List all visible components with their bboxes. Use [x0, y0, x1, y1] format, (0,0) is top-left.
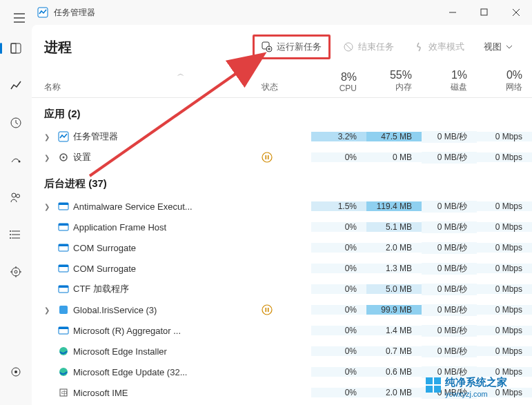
nav-settings[interactable] — [3, 361, 29, 383]
svg-point-19 — [10, 230, 11, 232]
process-name: Application Frame Host — [73, 222, 166, 233]
table-row[interactable]: COM Surrogate0%1.3 MB0 MB/秒0 Mbps — [32, 258, 532, 279]
history-icon — [10, 117, 22, 129]
page-title: 进程 — [44, 38, 247, 57]
services-icon — [10, 266, 22, 278]
users-icon — [10, 191, 22, 204]
nav-users[interactable] — [3, 186, 29, 208]
svg-rect-32 — [426, 386, 433, 393]
col-status-header[interactable]: 状态 — [262, 82, 278, 92]
details-icon — [10, 228, 22, 241]
end-task-button[interactable]: 结束任务 — [336, 37, 401, 57]
expand-chevron-icon[interactable]: ❯ — [44, 154, 54, 161]
svg-point-18 — [17, 195, 20, 198]
expand-chevron-icon[interactable]: ❯ — [44, 306, 54, 314]
col-cpu-header[interactable]: 8%CPU — [311, 71, 366, 93]
paused-icon — [262, 152, 273, 163]
net-cell: 0 Mbps — [477, 222, 532, 232]
table-row[interactable]: ❯Global.IrisService (3)0%99.9 MB0 MB/秒0 … — [32, 299, 532, 320]
view-dropdown[interactable]: 视图 — [477, 37, 520, 57]
mem-cell: 0.7 MB — [366, 346, 422, 356]
table-row[interactable]: ❯任务管理器3.2%47.5 MB0 MB/秒0 Mbps — [32, 126, 532, 147]
table-row[interactable]: Microsoft (R) Aggregator ...0%1.4 MB0 MB… — [32, 320, 532, 341]
svg-point-16 — [19, 161, 21, 163]
nav-app-history[interactable] — [3, 112, 29, 134]
svg-point-22 — [12, 268, 20, 276]
col-disk-header[interactable]: 1%磁盘 — [422, 69, 477, 93]
disk-cell: 0 MB/秒 — [422, 325, 477, 337]
nav-performance[interactable] — [3, 75, 29, 97]
cpu-cell: 0% — [311, 284, 366, 294]
process-icon — [58, 284, 69, 295]
svg-rect-31 — [434, 377, 441, 384]
process-icon — [58, 325, 69, 336]
group-header: 后台进程 (37) — [32, 168, 532, 196]
close-icon — [512, 8, 520, 17]
end-task-label: 结束任务 — [358, 41, 394, 53]
table-row[interactable]: Application Frame Host0%5.1 MB0 MB/秒0 Mb… — [32, 217, 532, 237]
view-label: 视图 — [484, 41, 502, 53]
efficiency-mode-button[interactable]: 效率模式 — [406, 37, 471, 57]
expand-chevron-icon[interactable]: ❯ — [44, 133, 54, 141]
process-name: Global.IrisService (3) — [73, 305, 157, 315]
cpu-cell: 0% — [311, 152, 366, 162]
process-icon — [58, 387, 69, 398]
nav-services[interactable] — [3, 261, 29, 283]
process-name: COM Surrogate — [73, 243, 136, 253]
nav-processes[interactable] — [3, 37, 29, 59]
net-cell: 0 Mbps — [477, 243, 532, 253]
table-row[interactable]: ❯Antimalware Service Execut...1.5%119.4 … — [32, 196, 532, 217]
mem-cell: 2.0 MB — [366, 243, 422, 253]
run-new-task-label: 运行新任务 — [277, 41, 322, 53]
col-mem-header[interactable]: 55%内存 — [366, 69, 422, 93]
net-cell: 0 Mbps — [477, 264, 532, 273]
table-row[interactable]: CTF 加载程序0%5.0 MB0 MB/秒0 Mbps — [32, 279, 532, 299]
maximize-icon — [480, 8, 489, 17]
close-button[interactable] — [500, 0, 532, 25]
process-name: Microsoft IME — [73, 388, 128, 398]
svg-text:ycwxyzj.com: ycwxyzj.com — [445, 390, 488, 398]
nav-startup[interactable] — [3, 149, 29, 171]
process-icon — [58, 201, 69, 212]
efficiency-icon — [413, 41, 424, 52]
net-cell: 0 Mbps — [477, 346, 532, 356]
svg-rect-14 — [11, 43, 16, 53]
cpu-cell: 0% — [311, 326, 366, 335]
table-row[interactable]: COM Surrogate0%2.0 MB0 MB/秒0 Mbps — [32, 237, 532, 258]
process-name: Microsoft Edge Update (32... — [73, 367, 187, 377]
expand-chevron-icon[interactable]: ❯ — [44, 203, 54, 210]
run-new-task-button[interactable]: 运行新任务 — [253, 34, 331, 59]
svg-rect-30 — [426, 377, 433, 384]
table-row[interactable]: Microsoft Edge Installer0%0.7 MB0 MB/秒0 … — [32, 341, 532, 362]
cpu-cell: 0% — [311, 305, 366, 315]
process-name: CTF 加载程序 — [73, 283, 129, 295]
svg-point-17 — [12, 193, 16, 197]
process-name: 任务管理器 — [73, 130, 118, 143]
group-header: 应用 (2) — [32, 98, 532, 126]
content-panel: 进程 运行新任务 结束任务 效率模式 视图 ︿ 名称 — [32, 25, 532, 405]
nav-details[interactable] — [3, 224, 29, 246]
mem-cell: 0.6 MB — [366, 367, 422, 377]
hamburger-button[interactable] — [7, 6, 32, 30]
maximize-button[interactable] — [469, 0, 500, 25]
cpu-cell: 0% — [311, 243, 366, 253]
process-list[interactable]: 应用 (2)❯任务管理器3.2%47.5 MB0 MB/秒0 Mbps❯设置0%… — [32, 98, 532, 405]
col-net-header[interactable]: 0%网络 — [477, 69, 532, 93]
col-name-header[interactable]: 名称 — [44, 81, 262, 93]
process-icon — [58, 263, 69, 274]
sidebar — [0, 25, 32, 405]
svg-point-21 — [10, 237, 11, 239]
app-icon — [37, 7, 48, 18]
efficiency-mode-label: 效率模式 — [428, 41, 464, 53]
mem-cell: 99.9 MB — [366, 305, 422, 315]
watermark: 纯净系统之家 ycwxyzj.com — [422, 372, 532, 405]
table-row[interactable]: ❯设置0%0 MB0 MB/秒0 Mbps — [32, 147, 532, 168]
minimize-button[interactable] — [437, 0, 469, 25]
cpu-cell: 0% — [311, 264, 366, 273]
process-icon — [58, 346, 69, 357]
mem-cell: 0 MB — [366, 152, 422, 162]
sort-indicator[interactable]: ︿ — [177, 69, 184, 79]
process-icon — [58, 152, 69, 163]
svg-point-20 — [10, 234, 11, 235]
mem-cell: 2.0 MB — [366, 388, 422, 397]
